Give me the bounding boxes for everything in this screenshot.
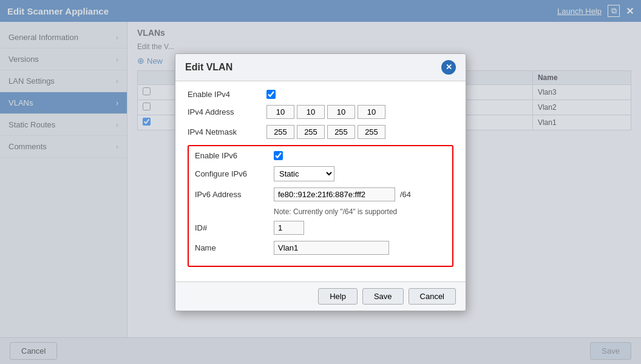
ipv4-octet-3[interactable]	[327, 105, 355, 119]
id-input[interactable]	[274, 221, 304, 235]
edit-vlan-modal: Edit VLAN ✕ Enable IPv4 IPv4 Address	[175, 53, 466, 311]
enable-ipv6-row: Enable IPv6	[195, 151, 446, 160]
enable-ipv6-field	[274, 151, 446, 160]
configure-ipv6-select[interactable]: Static DHCP Auto	[274, 166, 334, 181]
ipv4-netmask-row: IPv4 Netmask	[188, 125, 453, 139]
ipv6-note: Note: Currently only "/64" is supported	[274, 207, 446, 216]
modal-save-button[interactable]: Save	[362, 288, 404, 305]
configure-ipv6-label: Configure IPv6	[195, 169, 274, 178]
modal-overlay: Edit VLAN ✕ Enable IPv4 IPv4 Address	[0, 0, 641, 364]
ipv6-address-input[interactable]	[274, 187, 395, 201]
enable-ipv4-row: Enable IPv4	[188, 90, 453, 99]
configure-ipv6-field: Static DHCP Auto	[274, 166, 446, 181]
ipv6-address-row: IPv6 Address /64	[195, 187, 446, 201]
configure-ipv6-row: Configure IPv6 Static DHCP Auto	[195, 166, 446, 181]
modal-title: Edit VLAN	[185, 62, 232, 73]
modal-help-button[interactable]: Help	[318, 288, 358, 305]
ipv6-section: Enable IPv6 Configure IPv6 Static DHCP	[188, 145, 453, 267]
ipv4-octet-2[interactable]	[297, 105, 325, 119]
ipv4-netmask-label: IPv4 Netmask	[188, 127, 266, 136]
ipv6-address-label: IPv6 Address	[195, 190, 274, 199]
enable-ipv4-checkbox[interactable]	[266, 90, 276, 99]
ipv6-prefix-label: /64	[400, 190, 411, 199]
ipv4-address-row: IPv4 Address	[188, 105, 453, 119]
id-row: ID#	[195, 221, 446, 235]
ipv4-octet-1[interactable]	[266, 105, 294, 119]
ipv4-address-field	[266, 105, 453, 119]
main-window: Edit Scanner Appliance Launch Help ⧉ ✕ G…	[0, 0, 641, 364]
netmask-octet-4[interactable]	[358, 125, 385, 139]
id-field	[274, 221, 446, 235]
enable-ipv4-field	[266, 90, 453, 99]
name-field	[274, 241, 446, 255]
netmask-octet-1[interactable]	[266, 125, 294, 139]
netmask-octet-2[interactable]	[297, 125, 325, 139]
ipv6-address-field: /64	[274, 187, 446, 201]
netmask-octet-3[interactable]	[327, 125, 355, 139]
ipv4-octet-4[interactable]	[358, 105, 385, 119]
modal-footer: Help Save Cancel	[175, 281, 466, 311]
modal-header: Edit VLAN ✕	[175, 54, 466, 81]
name-input[interactable]	[274, 241, 389, 255]
id-label: ID#	[195, 223, 274, 232]
ipv4-netmask-field	[266, 125, 453, 139]
modal-cancel-button[interactable]: Cancel	[409, 288, 456, 305]
enable-ipv6-label: Enable IPv6	[195, 151, 274, 160]
ipv4-address-label: IPv4 Address	[188, 107, 266, 116]
name-row: Name	[195, 241, 446, 255]
modal-close-button[interactable]: ✕	[441, 60, 456, 75]
name-label: Name	[195, 243, 274, 252]
enable-ipv6-checkbox[interactable]	[274, 151, 283, 160]
modal-body: Enable IPv4 IPv4 Address	[175, 81, 466, 281]
enable-ipv4-label: Enable IPv4	[188, 90, 266, 99]
